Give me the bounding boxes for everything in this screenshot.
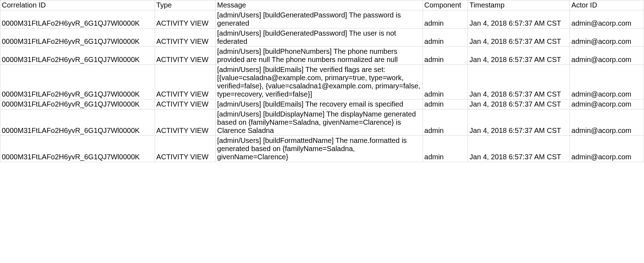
header-timestamp[interactable]: Timestamp [468, 0, 570, 10]
cell-component[interactable]: admin [423, 65, 468, 99]
cell-correlation[interactable]: 0000M31FtLAFo2H6yvR_6G1QJ7Wl0000K [0, 136, 155, 162]
cell-message[interactable]: [admin/Users] [buildEmails] The recovery… [216, 99, 423, 109]
cell-correlation[interactable]: 0000M31FtLAFo2H6yvR_6G1QJ7Wl0000K [0, 65, 155, 99]
cell-timestamp[interactable]: Jan 4, 2018 6:57:37 AM CST [468, 99, 570, 109]
cell-correlation[interactable]: 0000M31FtLAFo2H6yvR_6G1QJ7Wl0000K [0, 109, 155, 136]
cell-type[interactable]: ACTIVITY VIEW [155, 29, 216, 47]
cell-actor[interactable]: admin@acorp.com [570, 65, 644, 99]
cell-component[interactable]: admin [423, 109, 468, 136]
cell-timestamp[interactable]: Jan 4, 2018 6:57:37 AM CST [468, 65, 570, 99]
cell-timestamp[interactable]: Jan 4, 2018 6:57:37 AM CST [468, 47, 570, 65]
cell-timestamp[interactable]: Jan 4, 2018 6:57:37 AM CST [468, 29, 570, 47]
cell-component[interactable]: admin [423, 136, 468, 162]
table-row[interactable]: 0000M31FtLAFo2H6yvR_6G1QJ7Wl0000K ACTIVI… [0, 99, 644, 109]
table-row[interactable]: 0000M31FtLAFo2H6yvR_6G1QJ7Wl0000K ACTIVI… [0, 109, 644, 136]
cell-timestamp[interactable]: Jan 4, 2018 6:57:37 AM CST [468, 10, 570, 29]
cell-type[interactable]: ACTIVITY VIEW [155, 136, 216, 162]
table-row[interactable]: 0000M31FtLAFo2H6yvR_6G1QJ7Wl0000K ACTIVI… [0, 65, 644, 99]
cell-actor[interactable]: admin@acorp.com [570, 99, 644, 109]
table-header-row: Correlation ID Type Message Component Ti… [0, 0, 644, 10]
header-correlation[interactable]: Correlation ID [0, 0, 155, 10]
cell-correlation[interactable]: 0000M31FtLAFo2H6yvR_6G1QJ7Wl0000K [0, 29, 155, 47]
cell-message[interactable]: [admin/Users] [buildGeneratedPassword] T… [216, 29, 423, 47]
cell-actor[interactable]: admin@acorp.com [570, 136, 644, 162]
cell-type[interactable]: ACTIVITY VIEW [155, 10, 216, 29]
cell-correlation[interactable]: 0000M31FtLAFo2H6yvR_6G1QJ7Wl0000K [0, 47, 155, 65]
cell-component[interactable]: admin [423, 47, 468, 65]
table-row[interactable]: 0000M31FtLAFo2H6yvR_6G1QJ7Wl0000K ACTIVI… [0, 10, 644, 29]
table-row[interactable]: 0000M31FtLAFo2H6yvR_6G1QJ7Wl0000K ACTIVI… [0, 47, 644, 65]
log-table: Correlation ID Type Message Component Ti… [0, 0, 644, 162]
cell-message[interactable]: [admin/Users] [buildGeneratedPassword] T… [216, 10, 423, 29]
cell-message[interactable]: [admin/Users] [buildEmails] The verified… [216, 65, 423, 99]
cell-component[interactable]: admin [423, 29, 468, 47]
cell-correlation[interactable]: 0000M31FtLAFo2H6yvR_6G1QJ7Wl0000K [0, 10, 155, 29]
cell-message[interactable]: [admin/Users] [buildFormattedName] The n… [216, 136, 423, 162]
header-component[interactable]: Component [423, 0, 468, 10]
cell-type[interactable]: ACTIVITY VIEW [155, 99, 216, 109]
cell-message[interactable]: [admin/Users] [buildDisplayName] The dis… [216, 109, 423, 136]
header-actor[interactable]: Actor ID [570, 0, 644, 10]
cell-timestamp[interactable]: Jan 4, 2018 6:57:37 AM CST [468, 109, 570, 136]
cell-component[interactable]: admin [423, 10, 468, 29]
cell-type[interactable]: ACTIVITY VIEW [155, 65, 216, 99]
cell-type[interactable]: ACTIVITY VIEW [155, 47, 216, 65]
header-type[interactable]: Type [155, 0, 216, 10]
cell-timestamp[interactable]: Jan 4, 2018 6:57:37 AM CST [468, 136, 570, 162]
cell-correlation[interactable]: 0000M31FtLAFo2H6yvR_6G1QJ7Wl0000K [0, 99, 155, 109]
cell-actor[interactable]: admin@acorp.com [570, 29, 644, 47]
cell-message[interactable]: [admin/Users] [buildPhoneNumbers] The ph… [216, 47, 423, 65]
header-message[interactable]: Message [216, 0, 423, 10]
table-body: 0000M31FtLAFo2H6yvR_6G1QJ7Wl0000K ACTIVI… [0, 10, 644, 162]
table-row[interactable]: 0000M31FtLAFo2H6yvR_6G1QJ7Wl0000K ACTIVI… [0, 29, 644, 47]
table-row[interactable]: 0000M31FtLAFo2H6yvR_6G1QJ7Wl0000K ACTIVI… [0, 136, 644, 162]
cell-actor[interactable]: admin@acorp.com [570, 10, 644, 29]
cell-actor[interactable]: admin@acorp.com [570, 47, 644, 65]
cell-actor[interactable]: admin@acorp.com [570, 109, 644, 136]
cell-component[interactable]: admin [423, 99, 468, 109]
cell-type[interactable]: ACTIVITY VIEW [155, 109, 216, 136]
